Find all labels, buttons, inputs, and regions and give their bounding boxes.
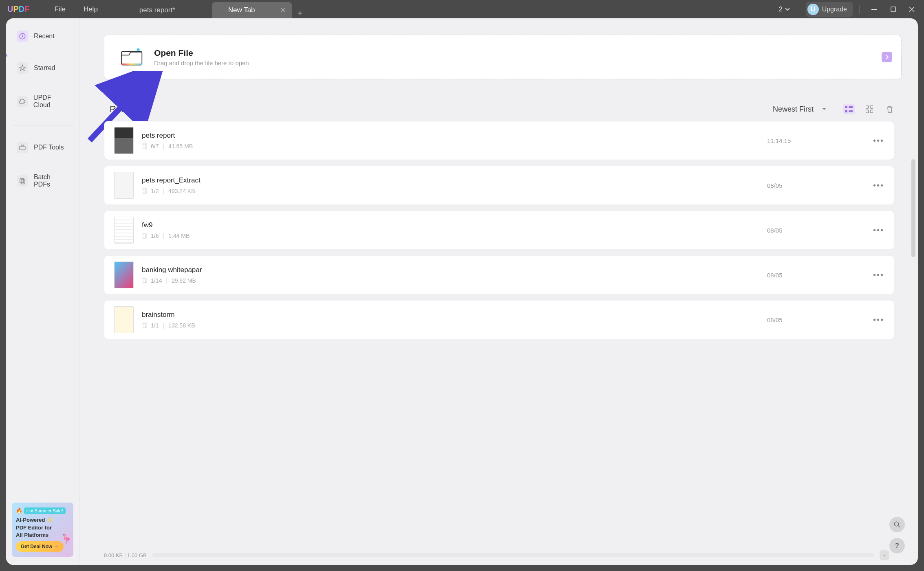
sidebar-item-starred[interactable]: Starred: [12, 58, 73, 78]
svg-line-29: [898, 525, 900, 527]
file-name: pets report_Extract: [142, 176, 759, 184]
tab-label: New Tab: [228, 6, 255, 14]
promo-cta-button[interactable]: Get Deal Now →: [16, 541, 64, 552]
sidebar-item-label: Starred: [34, 64, 55, 72]
file-meta: 1/14|29.92 MB: [142, 277, 759, 284]
flamingo-icon: 🦩: [61, 534, 72, 545]
file-date: 08/05: [767, 316, 865, 323]
window-count-value: 2: [779, 6, 783, 13]
file-more-button[interactable]: •••: [873, 270, 884, 280]
close-window-button[interactable]: [904, 1, 920, 18]
file-thumbnail: [114, 217, 134, 244]
file-more-button[interactable]: •••: [873, 181, 884, 190]
file-row[interactable]: pets report 6/7|41.65 MB 11:14:15 •••: [104, 121, 894, 160]
pages-icon: [142, 278, 147, 283]
delete-all-button[interactable]: [884, 104, 896, 114]
svg-rect-16: [866, 110, 869, 113]
sidebar-item-label: PDF Tools: [34, 144, 64, 151]
star-icon: [17, 62, 28, 74]
svg-rect-5: [21, 180, 25, 184]
menu-file[interactable]: File: [45, 5, 74, 13]
storage-bar-row: 0.00 KB | 1.00 GB +: [104, 550, 889, 560]
storage-add-button[interactable]: +: [880, 550, 889, 560]
divider: [41, 5, 41, 14]
tab-bar: pets report* New Tab ✕ ＋: [123, 0, 776, 18]
fire-icon: 🔥: [16, 507, 22, 514]
sort-dropdown[interactable]: Newest First: [773, 105, 843, 114]
file-row[interactable]: fw9 1/6|1.44 MB 08/05 •••: [104, 211, 894, 250]
main-content: Open File Drag and drop the file here to…: [79, 18, 918, 565]
close-icon[interactable]: ✕: [280, 6, 286, 15]
titlebar: UPDF File Help pets report* New Tab ✕ ＋ …: [0, 0, 924, 18]
file-more-button[interactable]: •••: [873, 226, 884, 235]
svg-rect-12: [845, 110, 847, 112]
svg-rect-11: [849, 106, 853, 108]
batch-icon: [17, 175, 28, 187]
pages-icon: [142, 233, 147, 239]
folder-icon: [121, 47, 143, 67]
sidebar-item-batch[interactable]: Batch PDFs: [12, 169, 73, 192]
file-row[interactable]: pets report_Extract 1/2|493.24 KB 08/05 …: [104, 166, 894, 205]
file-row[interactable]: banking whitepapar 1/14|29.92 MB 08/05 •…: [104, 255, 894, 294]
divider: [859, 5, 860, 14]
svg-rect-14: [866, 105, 869, 108]
clock-icon: [17, 31, 28, 42]
svg-rect-17: [870, 110, 873, 113]
open-file-chevron-button[interactable]: [882, 52, 892, 62]
file-name: fw9: [142, 221, 759, 229]
toolbox-icon: [17, 142, 28, 153]
svg-rect-15: [870, 105, 873, 108]
svg-rect-6: [121, 51, 142, 65]
svg-rect-13: [849, 110, 853, 112]
trash-icon: [886, 105, 893, 113]
svg-point-28: [894, 522, 899, 526]
promo-banner[interactable]: 🔥 Hot Summer Sale! AI-Powered ✨ PDF Edit…: [12, 503, 73, 557]
chevron-right-icon: [885, 55, 889, 59]
file-more-button[interactable]: •••: [873, 136, 884, 145]
sidebar: Recent Starred UPDF Cloud PDF Tools: [6, 18, 79, 565]
file-thumbnail: [114, 127, 134, 154]
menu-help[interactable]: Help: [75, 5, 107, 13]
grid-view-button[interactable]: [863, 104, 875, 114]
sidebar-item-cloud[interactable]: UPDF Cloud: [12, 90, 73, 113]
file-more-button[interactable]: •••: [873, 315, 884, 325]
avatar: U: [807, 4, 819, 15]
new-tab-button[interactable]: ＋: [292, 7, 308, 18]
list-icon: [845, 106, 853, 112]
file-thumbnail: [114, 261, 134, 288]
file-name: pets report: [142, 132, 759, 140]
tab-label: pets report*: [139, 6, 175, 14]
search-icon: [893, 521, 901, 528]
help-float-button[interactable]: ?: [889, 538, 905, 553]
file-meta: 1/6|1.44 MB: [142, 233, 759, 239]
list-view-button[interactable]: [843, 104, 855, 114]
sidebar-item-label: Batch PDFs: [34, 173, 68, 188]
file-date: 11:14:15: [767, 137, 865, 144]
sidebar-item-pdf-tools[interactable]: PDF Tools: [12, 138, 73, 157]
sort-label: Newest First: [773, 105, 814, 114]
search-float-button[interactable]: [889, 517, 905, 532]
sidebar-item-recent[interactable]: Recent: [12, 26, 73, 46]
svg-rect-10: [845, 106, 847, 108]
file-meta: 1/1|132.58 KB: [142, 322, 759, 329]
minimize-button[interactable]: [866, 1, 882, 18]
upgrade-button[interactable]: U Upgrade: [806, 2, 853, 17]
file-name: banking whitepapar: [142, 266, 759, 274]
window-count-dropdown[interactable]: 2: [776, 6, 792, 13]
file-meta: 6/7|41.65 MB: [142, 143, 759, 149]
tab-pets-report[interactable]: pets report*: [123, 2, 212, 18]
divider: [799, 5, 799, 14]
file-date: 08/05: [767, 227, 865, 234]
file-meta: 1/2|493.24 KB: [142, 188, 759, 194]
file-row[interactable]: brainstorm 1/1|132.58 KB 08/05 •••: [104, 300, 894, 339]
svg-rect-1: [891, 7, 895, 11]
file-name: brainstorm: [142, 311, 759, 319]
file-thumbnail: [114, 306, 134, 333]
svg-point-7: [137, 48, 139, 51]
sidebar-item-label: Recent: [34, 33, 55, 40]
maximize-button[interactable]: [885, 1, 901, 18]
scrollbar-thumb[interactable]: [911, 159, 915, 257]
open-file-dropzone[interactable]: Open File Drag and drop the file here to…: [104, 35, 902, 79]
tab-new-tab[interactable]: New Tab ✕: [212, 2, 292, 18]
dropdown-arrow-icon: [822, 108, 827, 111]
